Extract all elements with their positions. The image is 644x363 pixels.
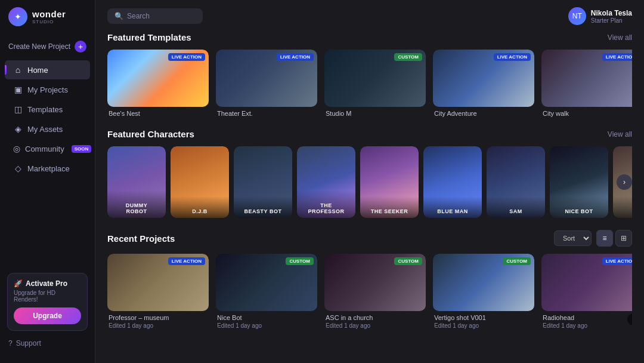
- logo: ✦ wonder studio: [0, 7, 95, 36]
- templates-row: LIVE ACTION Bee's Nest LIVE ACTION Theat…: [107, 50, 632, 117]
- home-icon: ⌂: [13, 65, 23, 75]
- char-card-professor[interactable]: TheProfessor: [297, 146, 355, 218]
- char-label: Nice Bot: [565, 208, 593, 214]
- user-info: NT Nikola Tesla Starter Plan: [568, 7, 632, 25]
- create-project-button[interactable]: +: [75, 41, 86, 53]
- support-icon: ?: [8, 339, 13, 347]
- project-card-asc-church[interactable]: CUSTOM ASC in a church Edited 1 day ago: [324, 254, 426, 329]
- view-toggle: ≡ ⊞: [596, 230, 632, 247]
- char-card-seeker[interactable]: The Seeker: [360, 146, 419, 218]
- chars-next-button[interactable]: ›: [617, 174, 632, 190]
- characters-row: dummyrobot D.J.B Beasty Bot TheProfessor: [107, 146, 632, 218]
- project-badge: CUSTOM: [286, 257, 314, 265]
- char-label: Beasty Bot: [244, 208, 282, 214]
- project-badge: CUSTOM: [503, 257, 531, 265]
- template-badge: LIVE ACTION: [168, 53, 205, 61]
- user-name: Nikola Tesla: [591, 9, 632, 17]
- char-overlay: ASC: [613, 196, 632, 218]
- create-label: Create New Project: [8, 42, 70, 51]
- sidebar-item-my-assets[interactable]: ◈ My Assets: [5, 119, 90, 139]
- char-label: D.J.B: [192, 208, 208, 214]
- projects-row: LIVE ACTION Professor – museum Edited 1 …: [107, 254, 632, 329]
- templates-view-all[interactable]: View all: [608, 33, 632, 42]
- project-info: Nice Bot Edited 1 day ago: [216, 314, 317, 329]
- project-info: Radiohead Edited 1 day ago: [541, 314, 632, 329]
- featured-templates-section: Featured Templates View all LIVE ACTION …: [95, 32, 644, 129]
- project-card-nice-bot[interactable]: CUSTOM Nice Bot Edited 1 day ago: [216, 254, 317, 329]
- project-date: Edited 1 day ago: [434, 322, 533, 329]
- sidebar-item-my-projects[interactable]: ▣ My Projects: [5, 80, 90, 99]
- project-badge: LIVE ACTION: [602, 257, 632, 265]
- recent-projects-header: Recent Projects Sort ≡ ⊞: [107, 230, 632, 247]
- char-overlay: SAM: [487, 196, 545, 218]
- char-card-nice-bot[interactable]: Nice Bot: [550, 146, 608, 218]
- char-label: SAM: [509, 208, 522, 214]
- project-card-radiohead[interactable]: LIVE ACTION Radiohead Edited 1 day ago ⋮: [541, 254, 632, 329]
- template-card-bees-nest[interactable]: LIVE ACTION Bee's Nest: [107, 50, 209, 117]
- template-card-city-walk[interactable]: LIVE ACTION City walk: [541, 50, 632, 117]
- char-overlay: Nice Bot: [550, 196, 608, 218]
- activate-pro-sub: Upgrade for HD Renders!: [14, 290, 81, 303]
- char-overlay: D.J.B: [171, 196, 229, 218]
- logo-sub: studio: [32, 19, 66, 24]
- sort-controls: Sort ≡ ⊞: [554, 230, 632, 247]
- char-card-beasty-bot[interactable]: Beasty Bot: [234, 146, 292, 218]
- soon-badge: SOON: [72, 145, 92, 153]
- project-name: Professor – museum: [109, 314, 208, 321]
- char-label: The Seeker: [371, 208, 408, 214]
- support-item[interactable]: ? Support: [7, 337, 88, 350]
- project-name: Radiohead: [543, 314, 632, 321]
- project-date: Edited 1 day ago: [217, 322, 316, 329]
- project-badge: LIVE ACTION: [168, 257, 205, 265]
- project-badge: CUSTOM: [394, 257, 422, 265]
- featured-templates-title: Featured Templates: [107, 32, 191, 42]
- sidebar-item-community[interactable]: ◎ Community SOON: [5, 139, 90, 158]
- template-name: City Adventure: [433, 110, 534, 117]
- sort-select[interactable]: Sort: [554, 230, 592, 246]
- template-badge: CUSTOM: [394, 53, 422, 61]
- main-content: 🔍 NT Nikola Tesla Starter Plan Featured …: [95, 0, 644, 363]
- project-card-vertigo[interactable]: CUSTOM Vertigo shot V001 Edited 1 day ag…: [433, 254, 534, 329]
- sidebar-item-marketplace[interactable]: ◇ Marketplace: [5, 159, 90, 178]
- template-card-studio-m[interactable]: CUSTOM Studio M: [324, 50, 426, 117]
- featured-templates-header: Featured Templates View all: [107, 32, 632, 42]
- template-name: Bee's Nest: [107, 110, 209, 117]
- rocket-icon: 🚀: [14, 279, 23, 288]
- char-card-djb[interactable]: D.J.B: [171, 146, 229, 218]
- template-badge: LIVE ACTION: [602, 53, 632, 61]
- search-input[interactable]: [127, 12, 187, 20]
- project-name: Vertigo shot V001: [434, 314, 533, 321]
- assets-icon: ◈: [13, 124, 23, 134]
- search-box[interactable]: 🔍: [107, 8, 203, 24]
- sidebar-item-label: Home: [27, 66, 48, 75]
- template-card-city-adventure[interactable]: LIVE ACTION City Adventure: [433, 50, 534, 117]
- sidebar-item-templates[interactable]: ◫ Templates: [5, 100, 90, 119]
- project-date: Edited 1 day ago: [543, 322, 632, 329]
- project-card-professor-museum[interactable]: LIVE ACTION Professor – museum Edited 1 …: [107, 254, 209, 329]
- list-view-button[interactable]: ≡: [596, 230, 613, 247]
- project-info: ASC in a church Edited 1 day ago: [324, 314, 426, 329]
- char-overlay: dummyrobot: [107, 190, 166, 218]
- char-card-dummy-robot[interactable]: dummyrobot: [107, 146, 166, 218]
- marketplace-icon: ◇: [13, 164, 23, 173]
- templates-icon: ◫: [13, 104, 23, 114]
- template-badge: LIVE ACTION: [277, 53, 314, 61]
- project-info: Professor – museum Edited 1 day ago: [107, 314, 209, 329]
- sidebar-item-label: Templates: [27, 105, 63, 114]
- sidebar-item-home[interactable]: ⌂ Home: [5, 60, 90, 79]
- characters-view-all[interactable]: View all: [608, 130, 632, 139]
- grid-view-button[interactable]: ⊞: [615, 230, 632, 247]
- char-card-sam[interactable]: SAM: [487, 146, 545, 218]
- sidebar-item-label: Marketplace: [27, 164, 70, 173]
- template-card-theater-ext[interactable]: LIVE ACTION Theater Ext.: [216, 50, 317, 117]
- logo-icon: ✦: [14, 12, 21, 21]
- support-label: Support: [16, 339, 41, 347]
- char-card-blue-man[interactable]: Blue Man: [423, 146, 482, 218]
- recent-projects-section: Recent Projects Sort ≡ ⊞ LIVE ACTION Pro…: [95, 230, 644, 341]
- char-label: Blue Man: [437, 208, 468, 214]
- char-label: dummyrobot: [126, 202, 148, 214]
- logo-avatar: ✦: [8, 7, 27, 26]
- project-date: Edited 1 day ago: [326, 322, 425, 329]
- upgrade-button[interactable]: Upgrade: [14, 307, 81, 324]
- featured-characters-header: Featured Characters View all: [107, 129, 632, 139]
